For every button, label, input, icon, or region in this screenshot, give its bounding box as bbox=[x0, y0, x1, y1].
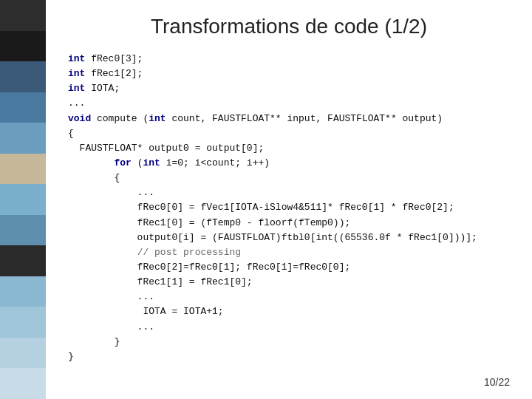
sidebar-block-6 bbox=[0, 154, 46, 185]
sidebar-block-7 bbox=[0, 184, 46, 215]
sidebar bbox=[0, 0, 46, 399]
code-line-17: fRec1[1] = fRec1[0]; bbox=[68, 275, 510, 290]
code-line-3: int IOTA; bbox=[68, 81, 510, 96]
code-line-1: int fRec0[3]; bbox=[68, 52, 510, 66]
code-line-20: ... bbox=[68, 320, 510, 335]
code-line-2: int fRec1[2]; bbox=[68, 66, 510, 81]
sidebar-block-5 bbox=[0, 123, 46, 154]
code-line-23: } bbox=[68, 349, 510, 364]
sidebar-block-9 bbox=[0, 245, 46, 276]
code-line-12: fRec0[0] = fVec1[IOTA-iSlow4&511]* fRec0… bbox=[68, 200, 510, 215]
code-line-13: fRec1[0] = (fTemp0 - floorf(fTemp0)); bbox=[68, 216, 510, 231]
code-line-11: ... bbox=[68, 185, 510, 200]
code-line-14: output0[i] = (FAUSTFLOAT)ftbl0[int((6553… bbox=[68, 231, 510, 245]
footer: 10/22 bbox=[68, 376, 510, 388]
main-content: Transformations de code (1/2) int fRec0[… bbox=[46, 0, 532, 399]
code-line-10: { bbox=[68, 171, 510, 185]
page-number: 10/22 bbox=[484, 376, 510, 388]
sidebar-block-12 bbox=[0, 338, 46, 369]
code-line-6: { bbox=[68, 126, 510, 141]
code-line-15: // post processing bbox=[68, 245, 510, 260]
code-line-18: ... bbox=[68, 290, 510, 304]
page-title: Transformations de code (1/2) bbox=[68, 15, 510, 38]
code-line-7: FAUSTFLOAT* output0 = output[0]; bbox=[68, 141, 510, 156]
sidebar-block-4 bbox=[0, 92, 46, 123]
sidebar-block-13 bbox=[0, 368, 46, 399]
code-line-5: void compute (int count, FAUSTFLOAT** in… bbox=[68, 112, 510, 126]
code-line-16: fRec0[2]=fRec0[1]; fRec0[1]=fRec0[0]; bbox=[68, 260, 510, 275]
code-line-4: ... bbox=[68, 96, 510, 111]
code-line-19: IOTA = IOTA+1; bbox=[68, 304, 510, 319]
code-line-22: } bbox=[68, 335, 510, 349]
code-block: int fRec0[3]; int fRec1[2]; int IOTA; ..… bbox=[68, 52, 510, 373]
sidebar-block-1 bbox=[0, 0, 46, 31]
sidebar-block-8 bbox=[0, 215, 46, 246]
sidebar-block-11 bbox=[0, 307, 46, 338]
sidebar-block-10 bbox=[0, 276, 46, 307]
code-line-9: for (int i=0; i<count; i++) bbox=[68, 156, 510, 171]
sidebar-block-2 bbox=[0, 31, 46, 62]
sidebar-block-3 bbox=[0, 61, 46, 92]
